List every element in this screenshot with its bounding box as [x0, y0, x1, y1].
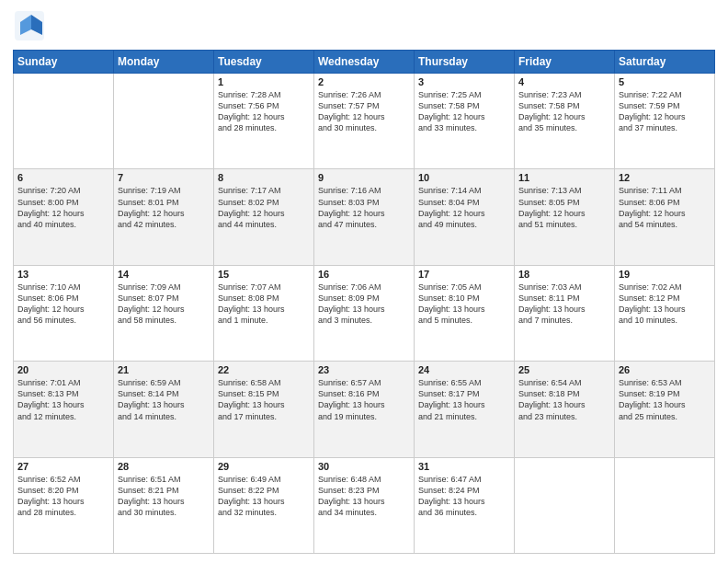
calendar-cell: 22Sunrise: 6:58 AM Sunset: 8:15 PM Dayli… [214, 362, 314, 457]
day-number: 12 [619, 172, 711, 183]
day-info: Sunrise: 7:01 AM Sunset: 8:13 PM Dayligh… [17, 377, 109, 422]
calendar-cell: 1Sunrise: 7:28 AM Sunset: 7:56 PM Daylig… [214, 74, 314, 169]
day-number: 19 [619, 269, 711, 280]
calendar-cell: 21Sunrise: 6:59 AM Sunset: 8:14 PM Dayli… [114, 362, 214, 457]
day-info: Sunrise: 7:03 AM Sunset: 8:11 PM Dayligh… [518, 282, 610, 327]
day-info: Sunrise: 7:16 AM Sunset: 8:03 PM Dayligh… [318, 185, 410, 230]
calendar-week-3: 13Sunrise: 7:10 AM Sunset: 8:06 PM Dayli… [14, 265, 715, 361]
day-info: Sunrise: 6:57 AM Sunset: 8:16 PM Dayligh… [318, 377, 410, 422]
header [13, 9, 715, 42]
calendar-cell: 26Sunrise: 6:53 AM Sunset: 8:19 PM Dayli… [615, 362, 715, 457]
day-number: 30 [318, 461, 410, 472]
day-number: 10 [418, 172, 510, 183]
day-info: Sunrise: 7:09 AM Sunset: 8:07 PM Dayligh… [118, 282, 210, 327]
calendar-header-tuesday: Tuesday [214, 51, 314, 74]
calendar-cell: 9Sunrise: 7:16 AM Sunset: 8:03 PM Daylig… [314, 169, 415, 265]
day-info: Sunrise: 7:14 AM Sunset: 8:04 PM Dayligh… [418, 185, 510, 230]
day-info: Sunrise: 7:22 AM Sunset: 7:59 PM Dayligh… [619, 89, 711, 134]
calendar-cell: 10Sunrise: 7:14 AM Sunset: 8:04 PM Dayli… [415, 169, 515, 265]
day-number: 3 [418, 76, 510, 87]
day-number: 9 [318, 172, 410, 183]
calendar-cell: 11Sunrise: 7:13 AM Sunset: 8:05 PM Dayli… [515, 169, 615, 265]
calendar-header-row: SundayMondayTuesdayWednesdayThursdayFrid… [14, 51, 715, 74]
logo [13, 9, 50, 42]
calendar-header-sunday: Sunday [14, 51, 114, 74]
day-info: Sunrise: 7:07 AM Sunset: 8:08 PM Dayligh… [218, 282, 310, 327]
calendar-cell: 4Sunrise: 7:23 AM Sunset: 7:58 PM Daylig… [515, 74, 615, 169]
calendar-cell: 18Sunrise: 7:03 AM Sunset: 8:11 PM Dayli… [515, 265, 615, 361]
calendar-header-saturday: Saturday [615, 51, 715, 74]
day-number: 27 [17, 461, 109, 472]
day-number: 22 [218, 364, 310, 375]
calendar-cell: 29Sunrise: 6:49 AM Sunset: 8:22 PM Dayli… [214, 457, 314, 553]
calendar-cell: 16Sunrise: 7:06 AM Sunset: 8:09 PM Dayli… [314, 265, 415, 361]
day-info: Sunrise: 7:19 AM Sunset: 8:01 PM Dayligh… [118, 185, 210, 230]
day-info: Sunrise: 6:47 AM Sunset: 8:24 PM Dayligh… [418, 474, 510, 519]
calendar-cell: 2Sunrise: 7:26 AM Sunset: 7:57 PM Daylig… [314, 74, 415, 169]
calendar-cell: 12Sunrise: 7:11 AM Sunset: 8:06 PM Dayli… [615, 169, 715, 265]
calendar-cell: 24Sunrise: 6:55 AM Sunset: 8:17 PM Dayli… [415, 362, 515, 457]
day-info: Sunrise: 7:10 AM Sunset: 8:06 PM Dayligh… [17, 282, 109, 327]
day-info: Sunrise: 6:49 AM Sunset: 8:22 PM Dayligh… [218, 474, 310, 519]
day-info: Sunrise: 6:54 AM Sunset: 8:18 PM Dayligh… [518, 377, 610, 422]
calendar-cell [515, 457, 615, 553]
day-info: Sunrise: 7:25 AM Sunset: 7:58 PM Dayligh… [418, 89, 510, 134]
day-number: 15 [218, 269, 310, 280]
calendar-cell: 27Sunrise: 6:52 AM Sunset: 8:20 PM Dayli… [14, 457, 114, 553]
day-info: Sunrise: 7:17 AM Sunset: 8:02 PM Dayligh… [218, 185, 310, 230]
day-info: Sunrise: 6:48 AM Sunset: 8:23 PM Dayligh… [318, 474, 410, 519]
calendar-cell: 25Sunrise: 6:54 AM Sunset: 8:18 PM Dayli… [515, 362, 615, 457]
day-number: 6 [17, 172, 109, 183]
day-info: Sunrise: 7:20 AM Sunset: 8:00 PM Dayligh… [17, 185, 109, 230]
day-number: 16 [318, 269, 410, 280]
day-number: 14 [118, 269, 210, 280]
day-number: 20 [17, 364, 109, 375]
calendar-cell: 8Sunrise: 7:17 AM Sunset: 8:02 PM Daylig… [214, 169, 314, 265]
day-number: 1 [218, 76, 310, 87]
day-number: 4 [518, 76, 610, 87]
calendar-header-thursday: Thursday [415, 51, 515, 74]
calendar-cell: 14Sunrise: 7:09 AM Sunset: 8:07 PM Dayli… [114, 265, 214, 361]
day-number: 28 [118, 461, 210, 472]
calendar-header-monday: Monday [114, 51, 214, 74]
day-info: Sunrise: 6:58 AM Sunset: 8:15 PM Dayligh… [218, 377, 310, 422]
day-number: 5 [619, 76, 711, 87]
day-number: 13 [17, 269, 109, 280]
day-number: 23 [318, 364, 410, 375]
calendar-week-2: 6Sunrise: 7:20 AM Sunset: 8:00 PM Daylig… [14, 169, 715, 265]
calendar-cell [114, 74, 214, 169]
calendar-cell [615, 457, 715, 553]
page: SundayMondayTuesdayWednesdayThursdayFrid… [0, 0, 728, 563]
calendar-header-friday: Friday [515, 51, 615, 74]
day-number: 29 [218, 461, 310, 472]
calendar-cell: 3Sunrise: 7:25 AM Sunset: 7:58 PM Daylig… [415, 74, 515, 169]
day-number: 25 [518, 364, 610, 375]
calendar-cell: 31Sunrise: 6:47 AM Sunset: 8:24 PM Dayli… [415, 457, 515, 553]
day-number: 18 [518, 269, 610, 280]
calendar-week-1: 1Sunrise: 7:28 AM Sunset: 7:56 PM Daylig… [14, 74, 715, 169]
day-number: 21 [118, 364, 210, 375]
day-info: Sunrise: 6:52 AM Sunset: 8:20 PM Dayligh… [17, 474, 109, 519]
calendar-cell: 20Sunrise: 7:01 AM Sunset: 8:13 PM Dayli… [14, 362, 114, 457]
day-number: 8 [218, 172, 310, 183]
day-info: Sunrise: 6:51 AM Sunset: 8:21 PM Dayligh… [118, 474, 210, 519]
day-info: Sunrise: 7:05 AM Sunset: 8:10 PM Dayligh… [418, 282, 510, 327]
day-info: Sunrise: 7:23 AM Sunset: 7:58 PM Dayligh… [518, 89, 610, 134]
calendar-cell: 28Sunrise: 6:51 AM Sunset: 8:21 PM Dayli… [114, 457, 214, 553]
calendar-cell: 5Sunrise: 7:22 AM Sunset: 7:59 PM Daylig… [615, 74, 715, 169]
day-number: 17 [418, 269, 510, 280]
day-number: 26 [619, 364, 711, 375]
day-number: 31 [418, 461, 510, 472]
day-info: Sunrise: 7:11 AM Sunset: 8:06 PM Dayligh… [619, 185, 711, 230]
calendar-cell: 13Sunrise: 7:10 AM Sunset: 8:06 PM Dayli… [14, 265, 114, 361]
calendar-cell: 15Sunrise: 7:07 AM Sunset: 8:08 PM Dayli… [214, 265, 314, 361]
calendar-cell: 19Sunrise: 7:02 AM Sunset: 8:12 PM Dayli… [615, 265, 715, 361]
day-info: Sunrise: 6:53 AM Sunset: 8:19 PM Dayligh… [619, 377, 711, 422]
day-info: Sunrise: 7:28 AM Sunset: 7:56 PM Dayligh… [218, 89, 310, 134]
calendar-table: SundayMondayTuesdayWednesdayThursdayFrid… [13, 50, 715, 554]
day-info: Sunrise: 7:02 AM Sunset: 8:12 PM Dayligh… [619, 282, 711, 327]
calendar-header-wednesday: Wednesday [314, 51, 415, 74]
day-info: Sunrise: 6:55 AM Sunset: 8:17 PM Dayligh… [418, 377, 510, 422]
calendar-cell: 6Sunrise: 7:20 AM Sunset: 8:00 PM Daylig… [14, 169, 114, 265]
day-info: Sunrise: 7:26 AM Sunset: 7:57 PM Dayligh… [318, 89, 410, 134]
